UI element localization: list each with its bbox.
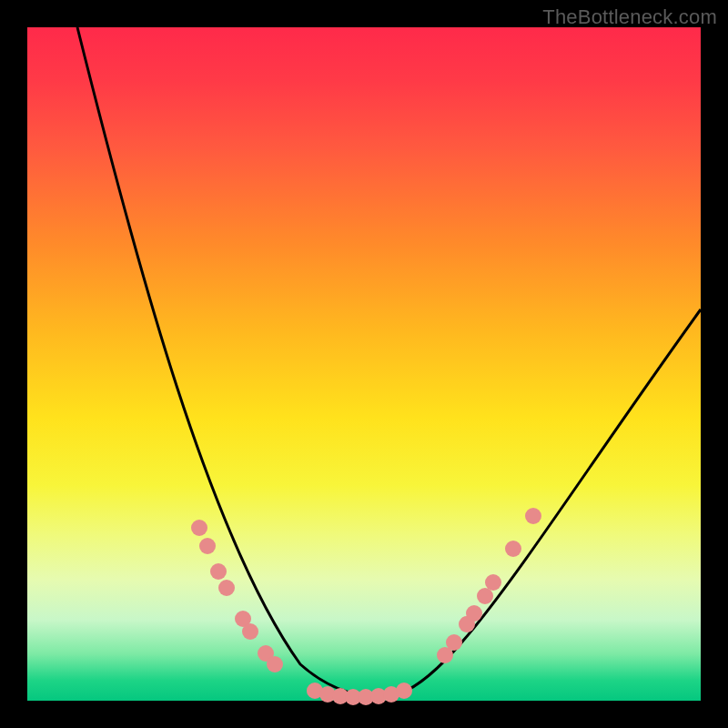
data-point — [466, 605, 482, 622]
data-point — [191, 520, 207, 536]
data-point — [199, 538, 216, 554]
data-point — [267, 656, 283, 672]
data-point — [485, 574, 501, 591]
data-point — [446, 634, 462, 651]
bottleneck-curve — [77, 27, 701, 697]
watermark-text: TheBottleneck.com — [542, 5, 717, 29]
data-point — [477, 588, 493, 604]
data-point — [242, 623, 258, 640]
chart-frame — [27, 27, 701, 701]
data-point — [525, 508, 541, 524]
chart-svg — [27, 27, 701, 701]
dot-layer — [191, 508, 541, 705]
data-point — [396, 682, 412, 699]
data-point — [210, 563, 227, 580]
data-point — [505, 541, 521, 557]
data-point — [218, 580, 235, 596]
